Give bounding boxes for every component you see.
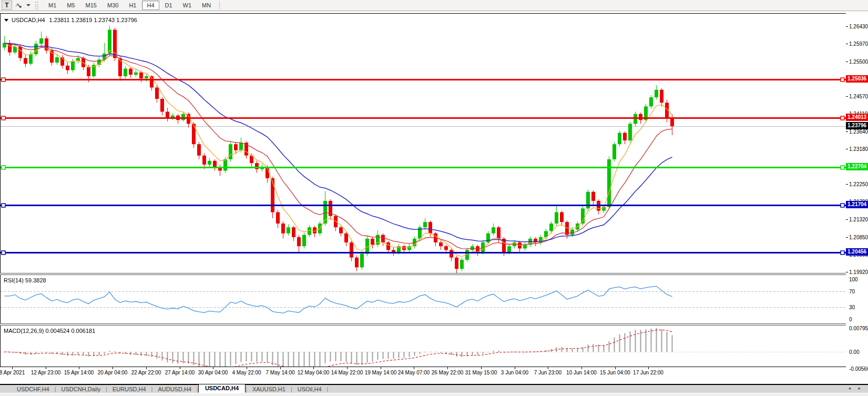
time-tick-label: 14 May 22:00 bbox=[331, 370, 363, 375]
time-tick-label: 30 Apr 04:00 bbox=[198, 370, 228, 375]
price-tick-label: 1.22250 bbox=[849, 181, 868, 187]
timeframe-toolbar: M1M5M15M30H1H4D1W1MN bbox=[43, 1, 216, 10]
rsi-tick-label: 30 bbox=[849, 304, 855, 310]
chart-title: USDCAD,H4 1.23811 1.23819 1.23743 1.2379… bbox=[4, 17, 137, 23]
macd-tick-label: 0.00 bbox=[849, 349, 859, 355]
time-tick-label: 20 Apr 04:00 bbox=[98, 370, 128, 375]
statusbar bbox=[0, 393, 868, 396]
time-tick-label: 12 May 04:00 bbox=[298, 370, 330, 375]
macd-label: MACD(12,26,9) 0.004524 0.006181 bbox=[4, 328, 95, 334]
price-tick bbox=[846, 26, 848, 27]
tab-scroll-left-icon[interactable]: ◂ bbox=[848, 385, 854, 391]
time-tick-label: 15 Jun 04:00 bbox=[600, 370, 630, 375]
dropdown-caret-icon[interactable] bbox=[26, 4, 30, 6]
tab-separator: | bbox=[327, 386, 329, 392]
price-tick bbox=[846, 149, 848, 149]
text-tool-icon: T bbox=[5, 2, 8, 9]
timeframe-button-h1[interactable]: H1 bbox=[124, 1, 141, 10]
timeframe-button-w1[interactable]: W1 bbox=[178, 1, 197, 10]
line-price-tag: 1.20456 bbox=[846, 248, 868, 256]
timeframe-button-mn[interactable]: MN bbox=[197, 1, 216, 10]
time-tick-label: 24 May 07:00 bbox=[398, 370, 430, 375]
price-tick bbox=[846, 237, 848, 238]
price-tick bbox=[846, 96, 848, 97]
main-chart-canvas[interactable] bbox=[1, 14, 846, 273]
price-axis[interactable]: 1.264301.259701.255001.245701.241101.236… bbox=[846, 12, 868, 384]
main-chart-panel: USDCAD,H4 1.23811 1.23819 1.23743 1.2379… bbox=[0, 13, 846, 273]
time-axis[interactable]: 8 Apr 202112 Apr 23:0015 Apr 14:0020 Apr… bbox=[0, 367, 846, 384]
macd-panel: MACD(12,26,9) 0.004524 0.006181 bbox=[0, 326, 846, 367]
line-price-tag: 1.25036 bbox=[846, 75, 868, 83]
price-tick bbox=[846, 62, 848, 62]
timeframe-button-m30[interactable]: M30 bbox=[103, 1, 123, 10]
time-tick bbox=[481, 367, 482, 369]
time-tick bbox=[180, 367, 180, 369]
timeframe-button-m1[interactable]: M1 bbox=[44, 1, 61, 10]
chart-tab-usoil[interactable]: USOil,H4 bbox=[292, 386, 327, 392]
chart-tab-xauusd[interactable]: XAUUSD,H1 bbox=[247, 386, 291, 392]
price-tick bbox=[846, 219, 848, 220]
toolbar-separator bbox=[219, 1, 220, 9]
rsi-tick-label: 0 bbox=[849, 317, 852, 322]
time-tick bbox=[12, 367, 13, 369]
chart-tab-audusd[interactable]: AUDUSD,H4 bbox=[152, 386, 197, 392]
price-tick-label: 1.23180 bbox=[849, 146, 868, 152]
chart-tab-eurusd[interactable]: EURUSD,H4 bbox=[107, 386, 151, 392]
time-tick bbox=[515, 367, 515, 369]
time-tick bbox=[414, 367, 414, 369]
time-tick-label: 12 Apr 23:00 bbox=[31, 370, 61, 375]
time-tick bbox=[146, 367, 147, 369]
toolbar: T M1M5M15M30H1H4D1W1MN bbox=[0, 0, 868, 11]
price-tick bbox=[846, 131, 848, 132]
chart-title-arrow-icon[interactable] bbox=[4, 19, 8, 22]
price-tick-label: 1.19920 bbox=[849, 269, 868, 275]
macd-tick-label: 0.007959 bbox=[849, 326, 868, 331]
time-tick-label: 8 Apr 2021 bbox=[0, 370, 25, 375]
chart-tabbar: USDCHF,H4|USDCNH,Daily|EURUSD,H4|AUDUSD,… bbox=[0, 385, 868, 393]
macd-canvas[interactable] bbox=[1, 326, 846, 367]
price-tick-label: 1.25500 bbox=[849, 59, 868, 65]
price-tick bbox=[846, 44, 848, 44]
price-tick-label: 1.23640 bbox=[849, 129, 868, 135]
timeframe-button-m15[interactable]: M15 bbox=[81, 1, 101, 10]
time-tick-label: 7 Jun 23:00 bbox=[534, 370, 561, 375]
time-tick bbox=[313, 367, 314, 369]
toolbar-grip[interactable] bbox=[35, 2, 38, 9]
time-tick-label: 27 Apr 14:00 bbox=[165, 370, 195, 375]
time-tick bbox=[381, 367, 381, 369]
chart-tab-usdcnh[interactable]: USDCNH,Daily bbox=[56, 386, 106, 392]
price-tick-label: 1.24570 bbox=[849, 94, 868, 99]
time-tick-label: 26 May 22:00 bbox=[432, 370, 464, 375]
time-tick-label: 22 Apr 22:00 bbox=[131, 370, 161, 375]
time-tick bbox=[548, 367, 548, 369]
time-tick-label: 31 May 15:00 bbox=[465, 370, 497, 375]
time-tick bbox=[46, 367, 46, 369]
price-tick bbox=[846, 272, 848, 272]
chart-symbol-label: USDCAD,H4 bbox=[12, 17, 45, 23]
tab-scroll-right-icon[interactable]: ▸ bbox=[858, 385, 864, 391]
price-tick-label: 1.26430 bbox=[849, 24, 868, 29]
line-price-tag: 1.21704 bbox=[846, 201, 868, 208]
price-tick-label: 1.20850 bbox=[849, 235, 868, 240]
time-tick-label: 15 Apr 14:00 bbox=[64, 370, 94, 375]
timeframe-button-d1[interactable]: D1 bbox=[160, 1, 177, 10]
line-price-tag: 1.24013 bbox=[846, 114, 868, 121]
mt4-window: T M1M5M15M30H1H4D1W1MN USDCAD,H4 1.23811… bbox=[0, 0, 868, 396]
chart-tab-usdchf[interactable]: USDCHF,H4 bbox=[12, 386, 55, 392]
time-tick bbox=[581, 367, 582, 369]
time-tick bbox=[648, 367, 649, 369]
price-tick bbox=[846, 184, 848, 185]
rsi-canvas[interactable] bbox=[1, 275, 846, 323]
time-tick-label: 7 May 14:00 bbox=[265, 370, 294, 375]
rsi-label: RSI(14) 59.3828 bbox=[4, 277, 46, 283]
timeframe-button-h4[interactable]: H4 bbox=[142, 1, 159, 10]
time-tick bbox=[347, 367, 348, 369]
chart-tab-usdcad[interactable]: USDCAD,H4 bbox=[198, 384, 246, 393]
text-tool-button[interactable]: T bbox=[2, 1, 12, 10]
arrange-windows-button[interactable] bbox=[14, 1, 24, 10]
tab-scroll-arrows: ◂ ▸ bbox=[848, 385, 864, 391]
chart-ohlc-quote: 1.23811 1.23819 1.23743 1.23796 bbox=[49, 17, 137, 23]
timeframe-button-m5[interactable]: M5 bbox=[62, 1, 79, 10]
time-tick-label: 3 Jun 04:00 bbox=[501, 370, 528, 375]
time-tick bbox=[213, 367, 213, 369]
